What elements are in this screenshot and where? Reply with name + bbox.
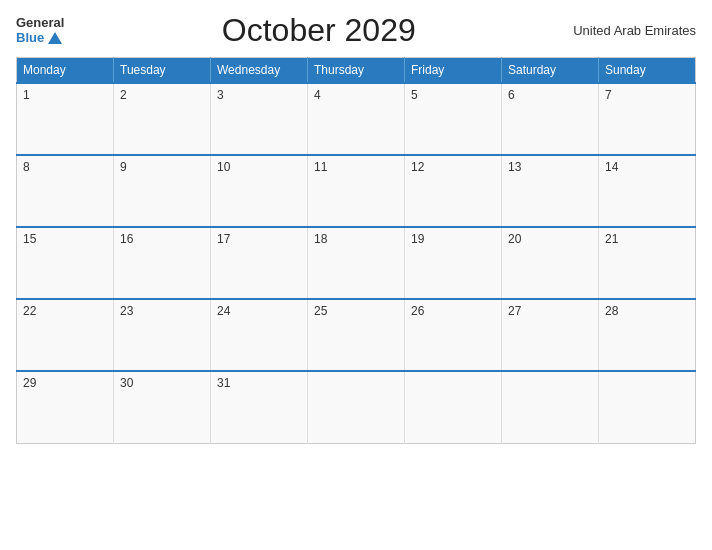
calendar-cell: 25: [308, 299, 405, 371]
calendar-week-row: 891011121314: [17, 155, 696, 227]
calendar-cell: [405, 371, 502, 443]
logo-blue-text: Blue: [16, 31, 44, 45]
calendar-week-row: 1234567: [17, 83, 696, 155]
day-number: 8: [23, 160, 30, 174]
day-number: 29: [23, 376, 36, 390]
day-number: 30: [120, 376, 133, 390]
calendar-body: 1234567891011121314151617181920212223242…: [17, 83, 696, 443]
calendar-cell: 31: [211, 371, 308, 443]
weekday-header-row: Monday Tuesday Wednesday Thursday Friday…: [17, 58, 696, 84]
day-number: 12: [411, 160, 424, 174]
calendar-cell: 11: [308, 155, 405, 227]
logo-blue-area: Blue: [16, 31, 62, 45]
day-number: 21: [605, 232, 618, 246]
day-number: 22: [23, 304, 36, 318]
logo: General Blue: [16, 16, 64, 45]
calendar-cell: 6: [502, 83, 599, 155]
calendar-week-row: 293031: [17, 371, 696, 443]
calendar-cell: 26: [405, 299, 502, 371]
calendar-cell: [599, 371, 696, 443]
calendar-cell: 18: [308, 227, 405, 299]
country-label: United Arab Emirates: [573, 23, 696, 38]
calendar-cell: 3: [211, 83, 308, 155]
day-number: 2: [120, 88, 127, 102]
day-number: 16: [120, 232, 133, 246]
calendar-cell: [502, 371, 599, 443]
calendar-cell: 21: [599, 227, 696, 299]
calendar-cell: 22: [17, 299, 114, 371]
calendar-cell: 1: [17, 83, 114, 155]
calendar-cell: 28: [599, 299, 696, 371]
calendar-cell: 12: [405, 155, 502, 227]
day-number: 27: [508, 304, 521, 318]
calendar-cell: 23: [114, 299, 211, 371]
day-number: 20: [508, 232, 521, 246]
day-number: 7: [605, 88, 612, 102]
calendar-page: General Blue October 2029 United Arab Em…: [0, 0, 712, 550]
day-number: 17: [217, 232, 230, 246]
calendar-cell: 2: [114, 83, 211, 155]
day-number: 14: [605, 160, 618, 174]
calendar-cell: 7: [599, 83, 696, 155]
calendar-week-row: 15161718192021: [17, 227, 696, 299]
day-number: 31: [217, 376, 230, 390]
day-number: 26: [411, 304, 424, 318]
header-saturday: Saturday: [502, 58, 599, 84]
calendar-cell: 15: [17, 227, 114, 299]
logo-triangle-icon: [48, 32, 62, 44]
day-number: 19: [411, 232, 424, 246]
calendar-cell: 10: [211, 155, 308, 227]
day-number: 5: [411, 88, 418, 102]
day-number: 11: [314, 160, 327, 174]
day-number: 23: [120, 304, 133, 318]
calendar-cell: 27: [502, 299, 599, 371]
header: General Blue October 2029 United Arab Em…: [16, 12, 696, 49]
day-number: 28: [605, 304, 618, 318]
day-number: 9: [120, 160, 127, 174]
header-monday: Monday: [17, 58, 114, 84]
calendar-cell: 4: [308, 83, 405, 155]
calendar-cell: 5: [405, 83, 502, 155]
header-sunday: Sunday: [599, 58, 696, 84]
day-number: 10: [217, 160, 230, 174]
calendar-cell: 13: [502, 155, 599, 227]
calendar-cell: [308, 371, 405, 443]
calendar-cell: 19: [405, 227, 502, 299]
header-friday: Friday: [405, 58, 502, 84]
header-thursday: Thursday: [308, 58, 405, 84]
calendar-cell: 30: [114, 371, 211, 443]
calendar-cell: 20: [502, 227, 599, 299]
day-number: 4: [314, 88, 321, 102]
calendar-cell: 16: [114, 227, 211, 299]
month-title: October 2029: [64, 12, 573, 49]
day-number: 18: [314, 232, 327, 246]
calendar-cell: 24: [211, 299, 308, 371]
calendar-cell: 9: [114, 155, 211, 227]
day-number: 24: [217, 304, 230, 318]
calendar-cell: 17: [211, 227, 308, 299]
logo-general-text: General: [16, 16, 64, 30]
day-number: 25: [314, 304, 327, 318]
calendar-week-row: 22232425262728: [17, 299, 696, 371]
day-number: 13: [508, 160, 521, 174]
day-number: 6: [508, 88, 515, 102]
header-tuesday: Tuesday: [114, 58, 211, 84]
calendar-cell: 14: [599, 155, 696, 227]
day-number: 15: [23, 232, 36, 246]
calendar-cell: 29: [17, 371, 114, 443]
day-number: 3: [217, 88, 224, 102]
day-number: 1: [23, 88, 30, 102]
calendar-cell: 8: [17, 155, 114, 227]
calendar-table: Monday Tuesday Wednesday Thursday Friday…: [16, 57, 696, 444]
header-wednesday: Wednesday: [211, 58, 308, 84]
